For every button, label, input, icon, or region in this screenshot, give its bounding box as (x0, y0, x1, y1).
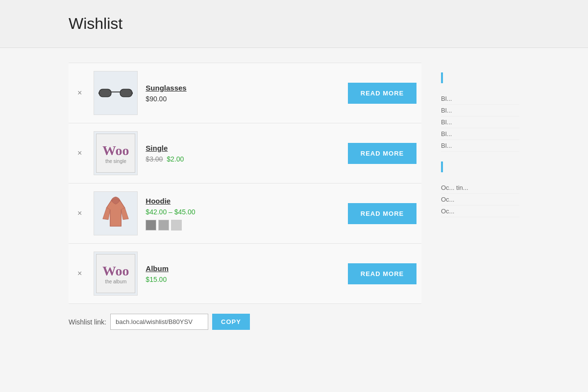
sidebar-recent-comments: Oc... tin... Oc... Oc... (441, 161, 519, 217)
product-info-sunglasses: Sunglasses $90.00 (146, 84, 340, 103)
read-more-button-sunglasses[interactable]: READ MORE (348, 83, 416, 104)
product-info-album: Album $15.00 (146, 264, 340, 283)
product-image-hoodie (94, 191, 138, 235)
wishlist-link-section: Wishlist link: COPY (69, 314, 421, 330)
sidebar-accent-icon (441, 161, 443, 172)
product-image-sunglasses (94, 71, 138, 115)
page-title: Wishlist (69, 15, 519, 33)
wishlist-link-label: Wishlist link: (69, 318, 106, 326)
read-more-button-single[interactable]: READ MORE (348, 143, 416, 164)
product-image-single: Woo the single (94, 131, 138, 175)
wishlist-section: × Sunglasses $90.00 READ (69, 63, 421, 330)
remove-button[interactable]: × (74, 207, 86, 220)
sidebar-recent-posts: Bl... Bl... Bl... Bl... Bl... (441, 72, 519, 152)
wishlist-link-input[interactable] (110, 314, 208, 330)
product-name[interactable]: Album (146, 264, 340, 273)
sidebar-item: Oc... (441, 194, 519, 206)
table-row: × Hoodie $42.00 – $45.00 (69, 184, 421, 244)
sidebar-item[interactable]: Bl... (441, 93, 519, 105)
wishlist-table: × Sunglasses $90.00 READ (69, 63, 421, 304)
swatch[interactable] (171, 220, 182, 231)
remove-button[interactable]: × (74, 147, 86, 160)
woo-logo: Woo (102, 263, 129, 279)
sidebar-accent-icon (441, 72, 443, 83)
product-name[interactable]: Hoodie (146, 197, 340, 205)
read-more-button-hoodie[interactable]: READ MORE (348, 203, 416, 224)
sidebar-item[interactable]: Bl... (441, 105, 519, 116)
product-price: $15.00 (146, 276, 340, 283)
sidebar: Bl... Bl... Bl... Bl... Bl... Oc... tin.… (441, 63, 519, 330)
sidebar-item[interactable]: Bl... (441, 128, 519, 140)
swatch[interactable] (146, 220, 156, 231)
product-image-album: Woo the album (94, 252, 138, 296)
product-name[interactable]: Single (146, 144, 340, 152)
sidebar-recent-comments-heading (441, 161, 519, 178)
table-row: × Woo the album Album $15.00 READ MORE (69, 244, 421, 304)
sidebar-item[interactable]: Bl... (441, 140, 519, 152)
read-more-button-album[interactable]: READ MORE (348, 263, 416, 284)
table-row: × Sunglasses $90.00 READ (69, 63, 421, 123)
sidebar-recent-posts-heading (441, 72, 519, 89)
product-name[interactable]: Sunglasses (146, 84, 340, 92)
sidebar-item: Oc... tin... (441, 182, 519, 194)
product-info-single: Single $3.00 $2.00 (146, 144, 340, 163)
product-price: $90.00 (146, 95, 340, 103)
swatch[interactable] (158, 220, 169, 231)
product-price: $42.00 – $45.00 (146, 208, 340, 216)
remove-button[interactable]: × (74, 267, 86, 280)
svg-rect-0 (99, 89, 112, 96)
svg-rect-1 (120, 89, 132, 96)
copy-button[interactable]: COPY (212, 314, 250, 330)
sidebar-item: Oc... (441, 206, 519, 217)
table-row: × Woo the single Single $3.00 $2.00 READ… (69, 123, 421, 184)
sidebar-item[interactable]: Bl... (441, 116, 519, 128)
product-info-hoodie: Hoodie $42.00 – $45.00 (146, 197, 340, 231)
remove-button[interactable]: × (74, 87, 86, 99)
product-price: $3.00 $2.00 (146, 155, 340, 163)
color-swatches (146, 220, 340, 231)
woo-logo: Woo (102, 143, 129, 159)
